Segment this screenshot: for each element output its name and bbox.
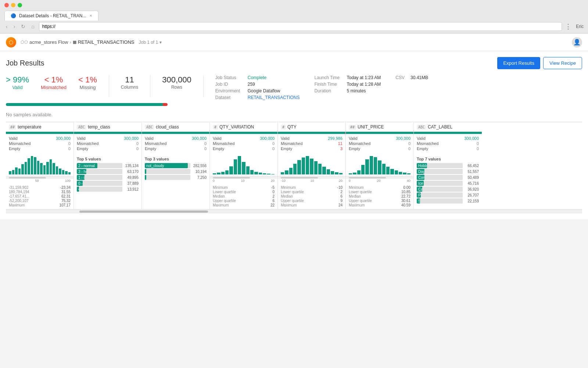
top-value-row: cloudy 10,194 xyxy=(142,169,209,174)
col-header-temperature[interactable]: ## temperature xyxy=(6,122,74,132)
rows-count: 300,000 xyxy=(162,75,191,85)
missing-percentage: < 1% xyxy=(78,75,97,85)
columns-container: ## temperature Valid 300,000 Mismatched … xyxy=(6,122,582,209)
quantile-row: Maximum 24 xyxy=(281,203,343,207)
valid-stat-row: Valid 300,000 xyxy=(77,136,139,141)
histogram-bar xyxy=(53,163,55,174)
col-header-qty[interactable]: # QTY xyxy=(278,122,345,132)
histogram-bar xyxy=(217,173,220,174)
col-header-cloud_class[interactable]: ABC cloud_class xyxy=(142,122,209,132)
job-dropdown-icon[interactable]: ▾ xyxy=(159,40,162,45)
breadcrumb-sep-1: › xyxy=(69,39,71,45)
histogram-bar xyxy=(306,156,309,174)
col-scrollbar[interactable] xyxy=(278,176,345,179)
col-name: cloud_class xyxy=(156,124,179,130)
dataset-link[interactable]: RETAIL_TRANSACTIONS xyxy=(248,95,300,100)
col-scrollbar[interactable] xyxy=(346,176,413,179)
histogram-bar xyxy=(281,172,284,174)
tab-favicon: 🔵 xyxy=(11,13,16,18)
top-value-count: 10,194 xyxy=(192,170,207,174)
axis-max: 20 xyxy=(339,179,343,183)
col-header-temp_class[interactable]: ABC temp_class xyxy=(74,122,141,132)
mismatched-stat-row: Mismatched 11 xyxy=(281,141,343,146)
minimize-button[interactable] xyxy=(11,3,15,7)
top-value-row: Parka 26,707 xyxy=(414,192,482,198)
top-value-label: Parka xyxy=(418,193,421,197)
launch-key: Launch Time xyxy=(315,75,344,80)
valid-stat-row: Valid 300,000 xyxy=(417,136,479,141)
histogram-axis: 50 100 xyxy=(6,179,74,183)
histogram-axis: 0 10 20 xyxy=(210,179,277,183)
quality-progress-bar xyxy=(6,103,168,106)
col-stats: Valid 300,000 Mismatched 0 Empty 0 xyxy=(210,134,277,154)
top-value-count: 66,452 xyxy=(464,164,479,168)
histogram-bar xyxy=(229,166,233,174)
top-value-count: 7,250 xyxy=(192,176,207,180)
status-key: Job Status xyxy=(215,75,245,80)
scrollbar-thumb[interactable] xyxy=(79,210,208,213)
axis-max: 20 xyxy=(271,179,275,183)
histogram-bar xyxy=(37,161,40,175)
flow-link[interactable]: acme_stores Flow xyxy=(29,39,68,45)
dataset-table-icon: ▦ xyxy=(73,40,76,45)
col-name: temp_class xyxy=(88,124,110,130)
top-value-bar-bg: Cameras & Optics xyxy=(417,187,463,192)
valid-percentage: > 99% xyxy=(6,75,29,85)
col-header-cat_label[interactable]: ABC CAT_LABEL xyxy=(414,122,482,132)
export-results-button[interactable]: Export Results xyxy=(497,57,540,69)
histogram-bar xyxy=(68,172,71,174)
col-type-badge: ABC xyxy=(145,125,154,130)
top-value-bar-fill: 4 - super hot xyxy=(77,187,79,192)
histogram-bar xyxy=(40,163,43,174)
maximize-button[interactable] xyxy=(18,3,22,7)
top-value-bar-bg: Dog Supplies xyxy=(417,169,463,174)
size-value: 30.41MB xyxy=(410,75,428,80)
histogram-bar xyxy=(314,161,318,174)
col-scrollbar[interactable] xyxy=(210,176,277,179)
col-stats: Valid 300,000 Mismatched 0 Empty 0 xyxy=(414,134,482,154)
col-stats: Valid 300,000 Mismatched 0 Empty 0 xyxy=(74,134,141,154)
top-value-count: 51,557 xyxy=(464,170,479,174)
horizontal-scrollbar[interactable] xyxy=(6,209,582,213)
column-panel-cat_label: ABC CAT_LABEL Valid 300,000 Mismatched 0… xyxy=(414,122,482,209)
histogram-bar xyxy=(250,170,254,175)
quantile-row: Upper quartile 30.61 xyxy=(349,199,410,203)
axis-min: 0 xyxy=(213,179,215,183)
id-value: 259 xyxy=(248,82,255,87)
quantile-row: Minimum 0.00 xyxy=(349,185,410,190)
col-header-qty_variation[interactable]: # QTY_VARIATION xyxy=(210,122,277,132)
forward-button[interactable]: › xyxy=(12,23,17,30)
axis-mid: 10 xyxy=(310,179,314,183)
top-value-row: 4 - super hot 13,912 xyxy=(74,186,141,192)
col-scrollbar-thumb[interactable] xyxy=(213,177,250,178)
browser-tab[interactable]: 🔵 Dataset Details - RETAIL_TRAN... ✕ xyxy=(4,11,98,21)
job-badge[interactable]: Job 1 of 1 ▾ xyxy=(139,40,162,45)
histogram-bar xyxy=(271,174,275,174)
top-value-bar-fill: Computer Accessories xyxy=(417,175,424,180)
more-options-icon[interactable]: ⋮ xyxy=(565,22,571,31)
col-scrollbar-thumb[interactable] xyxy=(9,177,46,178)
histogram xyxy=(278,154,345,176)
top-value-bar-fill: 2 - normal xyxy=(77,163,97,168)
col-type-badge: ## xyxy=(349,125,356,130)
back-button[interactable]: ‹ xyxy=(4,23,9,30)
valid-stat-row: Valid 300,000 xyxy=(9,136,71,141)
histogram-bar xyxy=(322,167,326,174)
col-type-badge: ABC xyxy=(417,125,426,130)
home-button[interactable]: ⌂ xyxy=(30,23,36,30)
top-value-bar-fill: Parka xyxy=(417,192,421,198)
quantile-row: Lower quartile 2 xyxy=(281,190,343,194)
user-avatar[interactable]: 👤 xyxy=(572,37,582,47)
tab-close-button[interactable]: ✕ xyxy=(89,14,92,18)
col-header-unit_price[interactable]: ## UNIT_PRICE xyxy=(346,122,413,132)
close-button[interactable] xyxy=(4,3,9,7)
top-value-bar-bg: Hobbies & Creative A... xyxy=(417,163,463,168)
col-scrollbar[interactable] xyxy=(6,176,74,179)
address-bar-input[interactable] xyxy=(39,22,562,31)
view-recipe-button[interactable]: View Recipe xyxy=(543,57,582,69)
histogram-bar xyxy=(50,159,52,174)
quantile-row: 180,784,194 31.55 xyxy=(9,190,71,194)
col-scrollbar-thumb[interactable] xyxy=(281,177,318,178)
col-scrollbar-thumb[interactable] xyxy=(349,177,386,178)
reload-button[interactable]: ↻ xyxy=(19,23,27,30)
